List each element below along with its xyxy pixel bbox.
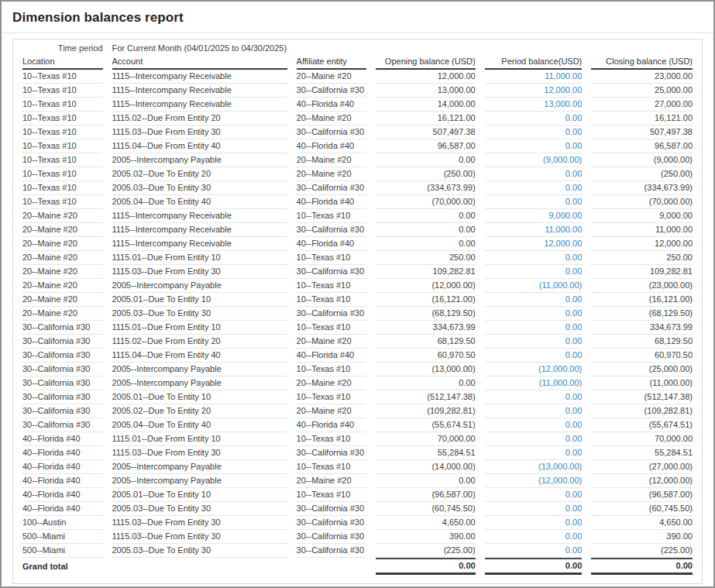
- location-cell: 20--Maine #20: [22, 209, 103, 223]
- location-cell: 30--California #30: [22, 363, 103, 377]
- location-cell: 10--Texas #10: [22, 112, 103, 126]
- affiliate-entity-cell: 40--Florida #40: [297, 139, 366, 153]
- period-balance-link[interactable]: 9,000.00: [548, 211, 582, 220]
- location-cell: 10--Texas #10: [22, 126, 103, 139]
- closing-balance-cell: (12,000.00): [591, 474, 693, 488]
- opening-balance-cell: 334,673.99: [376, 321, 476, 335]
- period-balance-link[interactable]: (9,000.00): [543, 155, 582, 164]
- account-cell: 1115.01--Due From Entity 10: [112, 432, 287, 446]
- closing-balance-cell: (27,000.00): [591, 460, 693, 474]
- period-balance-link[interactable]: 0.00: [565, 294, 582, 304]
- grand-total-period-balance: 0.00: [485, 558, 583, 575]
- affiliate-entity-cell: 30--California #30: [297, 544, 366, 558]
- period-balance-link[interactable]: 0.00: [565, 531, 582, 541]
- closing-balance-cell: 16,121.00: [591, 112, 693, 126]
- affiliate-entity-cell: 10--Texas #10: [297, 488, 366, 502]
- closing-balance-cell: (334,673.99): [591, 181, 693, 195]
- location-cell: 20--Maine #20: [22, 279, 103, 293]
- table-row: 30--California #30 1115.04--Due From Ent…: [22, 349, 693, 363]
- location-cell: 40--Florida #40: [22, 432, 103, 446]
- period-balance-link[interactable]: 0.00: [565, 420, 582, 429]
- period-balance-link[interactable]: 0.00: [565, 253, 582, 262]
- location-cell: 30--California #30: [22, 321, 103, 335]
- account-cell: 1115.04--Due From Entity 40: [112, 139, 287, 153]
- location-cell: 40--Florida #40: [22, 446, 103, 460]
- table-row: 40--Florida #40 2005.03--Due To Entity 3…: [22, 502, 693, 516]
- affiliate-entity-cell: 10--Texas #10: [297, 321, 366, 335]
- closing-balance-cell: (60,745.50): [591, 502, 693, 516]
- opening-balance-cell: 13,000.00: [376, 84, 476, 98]
- opening-balance-cell: 0.00: [376, 474, 476, 488]
- period-balance-cell: 0.00: [485, 251, 583, 265]
- account-cell: 1115.03--Due From Entity 30: [112, 516, 287, 530]
- period-balance-cell: (12,000.00): [485, 363, 583, 377]
- opening-balance-cell: (70,000.00): [376, 195, 476, 209]
- period-balance-link[interactable]: 0.00: [565, 169, 582, 178]
- column-header-closing-balance: Closing balance (USD): [591, 55, 693, 70]
- period-balance-link[interactable]: 0.00: [565, 350, 582, 359]
- period-balance-link[interactable]: 0.00: [565, 336, 582, 346]
- location-cell: 10--Texas #10: [22, 167, 103, 181]
- account-cell: 2005--Intercompany Payable: [112, 153, 287, 167]
- period-balance-link[interactable]: 0.00: [565, 127, 582, 136]
- period-balance-link[interactable]: 0.00: [565, 434, 582, 443]
- period-balance-link[interactable]: 0.00: [565, 504, 582, 513]
- opening-balance-cell: (13,000.00): [376, 363, 476, 377]
- period-balance-link[interactable]: (11,000.00): [539, 378, 582, 387]
- period-balance-link[interactable]: 13,000.00: [544, 99, 582, 108]
- location-cell: 30--California #30: [22, 418, 103, 432]
- table-row: 30--California #30 2005--Intercompany Pa…: [22, 363, 693, 377]
- account-cell: 2005.04--Due To Entity 40: [112, 195, 287, 209]
- period-balance-cell: 0.00: [485, 390, 583, 404]
- opening-balance-cell: 60,970.50: [376, 349, 476, 363]
- opening-balance-cell: 14,000.00: [376, 98, 476, 112]
- period-balance-cell: 9,000.00: [485, 209, 583, 223]
- period-balance-cell: (11,000.00): [485, 377, 583, 390]
- period-balance-link[interactable]: 0.00: [565, 308, 582, 318]
- period-balance-link[interactable]: (12,000.00): [538, 476, 582, 485]
- period-balance-link[interactable]: 0.00: [565, 448, 582, 457]
- period-balance-link[interactable]: 12,000.00: [544, 239, 582, 248]
- period-balance-link[interactable]: 11,000.00: [545, 225, 582, 234]
- period-balance-link[interactable]: 0.00: [565, 183, 582, 192]
- table-row: 10--Texas #10 1115.04--Due From Entity 4…: [22, 139, 693, 153]
- closing-balance-cell: (250.00): [591, 167, 693, 181]
- table-row: 30--California #30 1115.02--Due From Ent…: [22, 335, 693, 349]
- period-balance-link[interactable]: 0.00: [565, 197, 582, 206]
- period-balance-link[interactable]: (13,000.00): [538, 462, 582, 471]
- location-cell: 30--California #30: [22, 377, 103, 390]
- location-cell: 20--Maine #20: [22, 307, 103, 321]
- closing-balance-cell: (225.00): [591, 544, 693, 558]
- opening-balance-cell: 0.00: [376, 209, 476, 223]
- affiliate-entity-cell: 20--Maine #20: [297, 153, 366, 167]
- period-balance-link[interactable]: 0.00: [565, 545, 582, 555]
- period-balance-link[interactable]: 0.00: [565, 113, 582, 122]
- period-balance-link[interactable]: (11,000.00): [539, 280, 582, 290]
- closing-balance-cell: 70,000.00: [591, 432, 693, 446]
- period-balance-link[interactable]: 0.00: [565, 266, 582, 276]
- account-cell: 2005--Intercompany Payable: [112, 460, 287, 474]
- account-cell: 2005--Intercompany Payable: [112, 279, 287, 293]
- period-balance-link[interactable]: 0.00: [565, 322, 582, 332]
- closing-balance-cell: (512,147.38): [591, 390, 693, 404]
- period-balance-link[interactable]: 0.00: [565, 490, 582, 499]
- period-balance-link[interactable]: 0.00: [565, 141, 582, 150]
- period-balance-link[interactable]: (12,000.00): [538, 364, 582, 373]
- account-cell: 1115--Intercompany Receivable: [112, 98, 287, 112]
- table-row: 10--Texas #10 1115--Intercompany Receiva…: [22, 70, 693, 84]
- period-balance-link[interactable]: 0.00: [565, 406, 582, 415]
- period-balance-cell: 0.00: [485, 418, 583, 432]
- closing-balance-cell: (25,000.00): [591, 363, 693, 377]
- account-cell: 1115.03--Due From Entity 30: [112, 446, 287, 460]
- period-balance-link[interactable]: 0.00: [565, 518, 582, 527]
- opening-balance-cell: (14,000.00): [376, 460, 476, 474]
- opening-balance-cell: 12,000.00: [376, 70, 476, 84]
- period-balance-cell: 0.00: [485, 167, 583, 181]
- period-balance-cell: 12,000.00: [485, 237, 583, 251]
- period-balance-link[interactable]: 11,000.00: [545, 71, 582, 81]
- period-balance-link[interactable]: 12,000.00: [544, 85, 582, 95]
- period-balance-link[interactable]: 0.00: [565, 392, 582, 401]
- account-cell: 2005.02--Due To Entity 20: [112, 404, 287, 418]
- location-cell: 10--Texas #10: [22, 195, 103, 209]
- table-row: 30--California #30 1115.01--Due From Ent…: [22, 321, 693, 335]
